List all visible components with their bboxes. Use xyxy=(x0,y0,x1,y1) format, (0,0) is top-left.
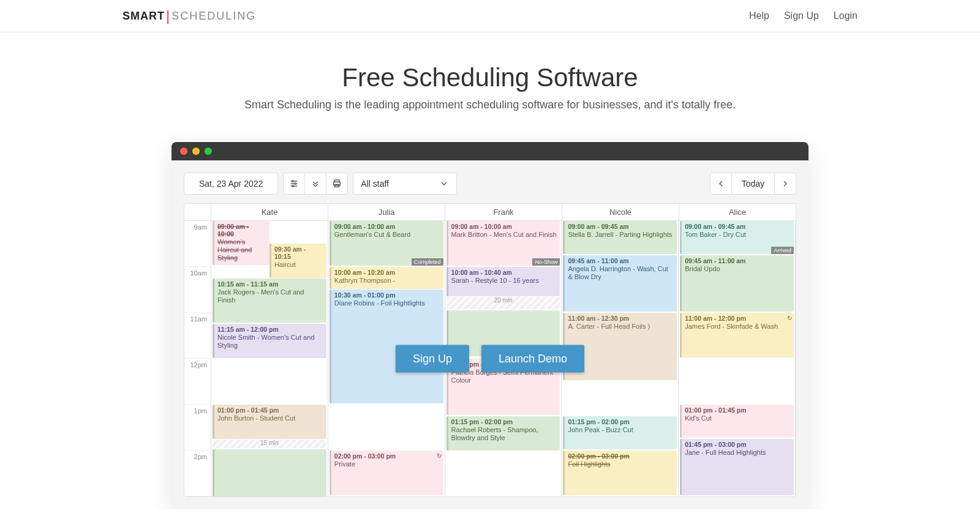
svg-rect-8 xyxy=(335,184,339,187)
event-title: Jane - Full Head Highlights xyxy=(685,449,791,457)
today-button[interactable]: Today xyxy=(731,173,775,195)
calendar-header: Kate Julia Frank Nicole Alice xyxy=(184,204,796,221)
column-head-alice[interactable]: Alice xyxy=(679,204,796,220)
event-title: Jack Rogers - Men's Cut and Finish xyxy=(217,288,323,304)
event[interactable]: 01:00 pm - 01:45 pm John Burton - Studen… xyxy=(213,405,326,439)
next-day-button[interactable] xyxy=(774,173,796,195)
chevron-right-icon xyxy=(780,179,790,189)
event-title: Angela D. Harrington - Wash, Cut & Blow … xyxy=(568,265,674,281)
column-kate[interactable]: 09:00 am - 10:00 Women's Haircut and Sty… xyxy=(211,221,328,496)
event-time: 09:00 am - 10:00 xyxy=(217,223,266,238)
hero-title: Free Scheduling Software xyxy=(12,63,968,92)
nav-help[interactable]: Help xyxy=(749,10,769,21)
event[interactable]: 09:00 am - 10:00 am Mark Britton - Men's… xyxy=(447,221,560,266)
print-button[interactable] xyxy=(326,173,348,195)
event[interactable]: 01:15 pm - 02:00 pm Rachael Roberts - Sh… xyxy=(447,416,560,451)
logo[interactable]: SMART | SCHEDULING xyxy=(123,7,256,24)
event[interactable]: 10:00 am - 10:20 am Kathryn Thompson - xyxy=(330,267,443,289)
cta-signup-button[interactable]: Sign Up xyxy=(396,345,469,373)
event-time: 10:00 am - 10:40 am xyxy=(451,269,557,276)
event-time: 02:00 pm - 03:00 pm xyxy=(568,452,674,460)
status-badge: No-Show xyxy=(532,258,560,266)
hero: Free Scheduling Software Smart Schedulin… xyxy=(0,32,980,130)
event-title: Haircut xyxy=(274,261,323,269)
event[interactable]: 09:45 am - 11:00 am Bridal Updo xyxy=(680,255,794,312)
event[interactable]: 11:00 am - 12:00 pm James Ford - Skinfad… xyxy=(680,313,794,357)
column-head-julia[interactable]: Julia xyxy=(328,204,445,220)
logo-text-scheduling: SCHEDULING xyxy=(172,10,256,23)
event[interactable]: 09:00 am - 10:00 Women's Haircut and Sty… xyxy=(213,221,270,265)
event[interactable]: 09:45 am - 11:00 am Angela D. Harrington… xyxy=(563,255,677,312)
event-title: Diane Robins - Foil Hightlights xyxy=(334,299,440,307)
event-title: Kathryn Thompson - xyxy=(334,277,440,285)
event[interactable]: 10:15 am - 11:15 am Jack Rogers - Men's … xyxy=(213,279,326,323)
event[interactable]: 10:00 am - 10:40 am Sarah - Restyle 10 -… xyxy=(447,267,560,296)
event-title: Foil Highlights xyxy=(568,460,674,468)
event[interactable]: 02:00 pm - 03:00 pm Foil Highlights xyxy=(563,451,677,495)
event[interactable]: 11:15 am - 12:00 pm Nicole Smith - Women… xyxy=(213,324,326,358)
staff-select[interactable]: All staff xyxy=(353,173,457,195)
event[interactable] xyxy=(213,449,326,496)
event-title: Bridal Updo xyxy=(685,265,791,273)
date-nav-group: Today xyxy=(710,173,796,195)
time-label: 9am xyxy=(184,221,211,267)
event[interactable]: 09:00 am - 09:45 am Tom Baker - Dry Cut … xyxy=(680,221,794,254)
time-label: 1pm xyxy=(184,405,211,451)
recurring-icon: ↻ xyxy=(787,315,792,321)
event-time: 01:15 pm - 02:00 pm xyxy=(568,418,674,425)
cta-launch-demo-button[interactable]: Launch Demo xyxy=(481,345,584,373)
filter-button[interactable] xyxy=(283,173,305,195)
event-time: 01:00 pm - 01:45 pm xyxy=(217,406,323,414)
event-title: Tom Baker - Dry Cut xyxy=(685,231,791,239)
event-title: James Ford - Skinfade & Wash xyxy=(685,323,791,331)
prev-day-button[interactable] xyxy=(710,173,732,195)
time-gutter: 9am 10am 11am 12pm 1pm 2pm xyxy=(184,221,211,496)
event[interactable]: 09:00 am - 09:45 am Stella B. Jarrell - … xyxy=(563,221,677,254)
event-title: A. Carter - Full Head Foils ) xyxy=(568,323,674,331)
nav-signup[interactable]: Sign Up xyxy=(784,10,819,21)
event-time: 01:00 pm - 01:45 pm xyxy=(685,406,791,414)
logo-text-smart: SMART xyxy=(123,10,165,23)
chevron-down-icon xyxy=(439,179,449,189)
app-window: Sat, 23 Apr 2022 All staff xyxy=(172,142,809,509)
event[interactable]: 01:15 pm - 02:00 pm John Peak - Buzz Cut xyxy=(563,416,677,449)
time-label: 2pm xyxy=(184,451,211,496)
printer-icon xyxy=(332,179,342,189)
close-icon[interactable] xyxy=(180,148,187,155)
event-time: 09:30 am - 10:15 xyxy=(274,245,323,260)
date-picker[interactable]: Sat, 23 Apr 2022 xyxy=(184,173,278,195)
event-title: Gentleman's Cut & Beard xyxy=(334,231,440,239)
event-title: Private xyxy=(334,460,440,468)
event[interactable]: 09:00 am - 10:00 am Gentleman's Cut & Be… xyxy=(330,221,443,266)
expand-button[interactable] xyxy=(304,173,326,195)
event-time: 10:15 am - 11:15 am xyxy=(217,280,323,288)
column-head-nicole[interactable]: Nicole xyxy=(562,204,679,220)
time-label: 11am xyxy=(184,313,211,359)
event-time: 01:15 pm - 02:00 pm xyxy=(451,418,557,425)
column-alice[interactable]: 09:00 am - 09:45 am Tom Baker - Dry Cut … xyxy=(679,221,796,496)
event-title: John Burton - Student Cut xyxy=(217,414,323,422)
chevron-left-icon xyxy=(716,179,726,189)
maximize-icon[interactable] xyxy=(205,148,212,155)
event-title: Women's Haircut and Styling xyxy=(217,238,266,263)
event-time: 09:00 am - 10:00 am xyxy=(451,223,557,230)
event[interactable]: 01:45 pm - 03:00 pm Jane - Full Head Hig… xyxy=(680,439,794,495)
event[interactable]: 02:00 pm - 03:00 pm Private ↻ xyxy=(330,451,443,495)
column-head-frank[interactable]: Frank xyxy=(445,204,562,220)
column-head-kate[interactable]: Kate xyxy=(211,204,328,220)
chevron-double-down-icon xyxy=(311,179,320,189)
gap-label: 20 min xyxy=(447,297,560,309)
svg-point-5 xyxy=(292,185,294,187)
event-title: Stella B. Jarrell - Parting Highlights xyxy=(568,231,674,239)
minimize-icon[interactable] xyxy=(192,148,200,155)
event[interactable]: 01:00 pm - 01:45 pm Kid's Cut xyxy=(680,405,794,438)
event[interactable]: 09:30 am - 10:15 Haircut xyxy=(270,244,326,278)
nav-login[interactable]: Login xyxy=(834,10,858,21)
event-time: 11:00 am - 12:30 pm xyxy=(568,315,674,322)
status-badge: Completed xyxy=(412,258,443,266)
recurring-icon: ↻ xyxy=(437,452,442,459)
gap-label: 15 min xyxy=(213,440,326,448)
toolbar: Sat, 23 Apr 2022 All staff xyxy=(184,173,796,195)
time-label: 12pm xyxy=(184,359,211,405)
time-label: 10am xyxy=(184,267,211,313)
